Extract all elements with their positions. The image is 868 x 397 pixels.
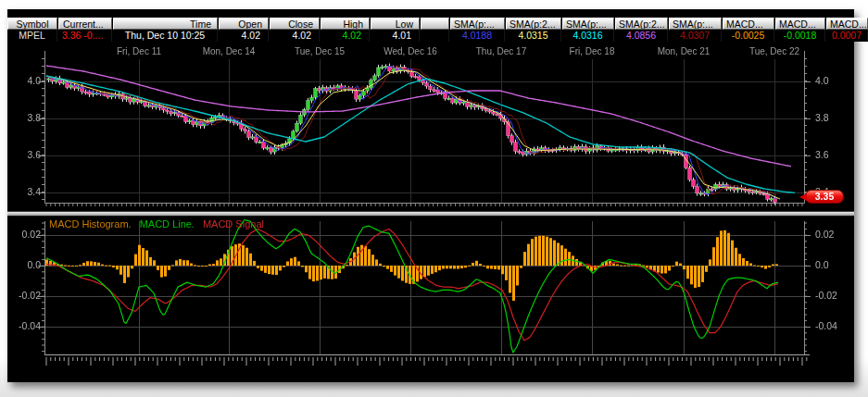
axis-tick-label: 0.02 xyxy=(7,230,41,240)
quote-column-header[interactable]: Current... xyxy=(58,18,112,30)
quote-value: 4.0315 xyxy=(506,30,561,42)
date-label: Tue, Dec 22 xyxy=(736,46,813,56)
axis-tick-label: 0.0 xyxy=(7,260,41,270)
date-label: Thu, Dec 17 xyxy=(462,46,540,56)
axis-tick-label: 3.8 xyxy=(17,113,41,123)
quote-column-header[interactable]: MACD... xyxy=(775,18,825,30)
quote-value: 4.02 xyxy=(270,30,320,42)
quote-value: 4.0307 xyxy=(669,30,722,42)
quote-value: 4.0316 xyxy=(562,30,614,42)
axis-tick-label: 4.0 xyxy=(815,76,843,86)
axis-tick-label: -0.02 xyxy=(815,291,849,301)
last-price-badge: 3.35 xyxy=(805,190,844,204)
macd-legend: MACD Histogram.MACD Line.MACD Signal xyxy=(49,218,272,230)
quote-grid-symbol-row[interactable]: MPEL3.36 -0....Thu, Dec 10 10:254.024.02… xyxy=(7,30,854,42)
quote-value: 0.0007 xyxy=(826,30,868,42)
date-label: Wed, Dec 16 xyxy=(371,46,449,56)
axis-tick-label: -0.04 xyxy=(815,321,849,331)
axis-tick-label: 0.0 xyxy=(815,260,849,270)
axis-tick-label: 0.02 xyxy=(815,230,849,240)
quote-value: Thu, Dec 10 10:25 xyxy=(113,30,218,42)
quote-column-header[interactable]: High xyxy=(321,18,370,30)
quote-column-header[interactable]: Close xyxy=(270,18,320,30)
date-label: Mon, Dec 14 xyxy=(190,46,268,56)
quote-value: -0.0025 xyxy=(723,30,774,42)
date-label: Fri, Dec 11 xyxy=(100,46,178,56)
date-label: Mon, Dec 21 xyxy=(645,46,723,56)
quote-value: 4.0188 xyxy=(450,30,505,42)
date-label: Fri, Dec 18 xyxy=(553,46,631,56)
pane-splitter-handle[interactable] xyxy=(7,211,854,217)
quote-column-header[interactable]: SMA(p:2... xyxy=(506,18,561,30)
axis-tick-label: 3.6 xyxy=(815,150,843,160)
quote-column-header[interactable]: SMA(p:... xyxy=(450,18,505,30)
date-label: Tue, Dec 15 xyxy=(281,46,359,56)
macd-legend-signal: MACD Signal xyxy=(203,218,264,230)
quote-value: 4.02 xyxy=(321,30,370,42)
axis-tick-label: 3.4 xyxy=(17,187,41,197)
axis-tick-label: 4.0 xyxy=(17,76,41,86)
axis-tick-label: 3.6 xyxy=(17,150,41,160)
quote-column-header[interactable] xyxy=(421,18,449,30)
quote-value: 4.01 xyxy=(371,30,420,42)
axis-tick-label: -0.04 xyxy=(7,321,41,331)
axis-tick-label: 3.8 xyxy=(815,113,843,123)
quote-column-header[interactable]: SMA(p:2... xyxy=(615,18,668,30)
quote-column-header[interactable]: SMA(p:... xyxy=(669,18,722,30)
macd-legend-line: MACD Line. xyxy=(140,218,195,230)
axis-tick-label: -0.02 xyxy=(7,291,41,301)
quote-grid[interactable]: SymbolCurrent...TimeOpenCloseHighLowSMA(… xyxy=(7,18,854,42)
quote-column-header[interactable]: MACD... xyxy=(723,18,774,30)
quote-column-header[interactable]: Low xyxy=(371,18,420,30)
macd-chart-canvas[interactable] xyxy=(0,217,868,382)
price-chart-canvas[interactable] xyxy=(0,43,868,211)
quote-value: -0.0018 xyxy=(775,30,825,42)
quote-column-header[interactable]: Time xyxy=(113,18,218,30)
quote-value xyxy=(421,30,449,42)
macd-legend-histogram: MACD Histogram. xyxy=(49,218,132,230)
quote-value: MPEL xyxy=(7,30,57,42)
quote-value: 4.0856 xyxy=(615,30,668,42)
quote-column-header[interactable]: Symbol xyxy=(7,18,57,30)
quote-column-header[interactable]: Open xyxy=(219,18,269,30)
quote-column-header[interactable]: SMA(p:... xyxy=(562,18,614,30)
quote-value: 4.02 xyxy=(219,30,269,42)
quote-value: 3.36 -0.... xyxy=(58,30,112,42)
quote-column-header[interactable]: MACD... xyxy=(826,18,868,30)
quote-grid-header-row: SymbolCurrent...TimeOpenCloseHighLowSMA(… xyxy=(7,18,854,30)
